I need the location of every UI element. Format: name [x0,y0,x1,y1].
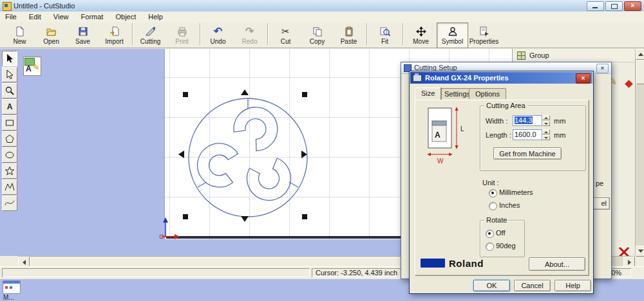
menu-file[interactable]: File [0,12,22,23]
menu-object[interactable]: Object [110,12,141,23]
minimize-icon [592,7,598,8]
design-artwork[interactable] [178,88,317,227]
selection-arrow-bottom[interactable] [241,216,249,222]
spinner-down-icon[interactable] [542,121,550,126]
taskbar-item-label[interactable]: M... [3,294,14,301]
app-title: Untitled - CutStudio [14,2,75,10]
vertical-scroll-thumb[interactable] [636,60,644,84]
taskbar-window-icon[interactable] [3,280,21,294]
rotate-90deg-label[interactable]: 90deg [496,242,516,250]
toolbar-separator [200,23,200,45]
toolbar-properties-button[interactable]: Properties [468,23,500,48]
tool-text[interactable]: A [2,99,17,114]
move-arrows-icon [416,26,426,37]
help-button[interactable]: Help [554,280,591,291]
toolbar-undo-button[interactable]: ↶ Undo [202,23,234,48]
toolbar-separator [132,23,133,45]
cut-scissors-icon: ✂ [281,26,290,37]
toolbar-open-button[interactable]: Open [35,23,67,48]
cutting-setup-close-button[interactable]: × [596,64,609,73]
rotate-90deg-radio[interactable] [486,242,494,251]
selection-handle[interactable] [302,92,307,97]
cutting-setup-cancel-button-fragment[interactable]: el [593,197,610,210]
app-titlebar[interactable]: Untitled - CutStudio × [0,0,644,12]
close-button[interactable]: × [624,1,641,11]
width-input[interactable]: 144.3 [513,115,542,126]
toolbar-cut-button[interactable]: ✂ Cut [270,23,301,48]
length-spinner[interactable] [542,129,550,140]
menu-edit[interactable]: Edit [24,12,46,23]
unit-label: Unit : [482,179,499,187]
width-spinner[interactable] [542,115,550,126]
toolbar-copy-button[interactable]: Copy [301,23,333,48]
vertical-scrollbar[interactable] [635,49,644,256]
toolbar-separator [402,23,403,45]
ok-button[interactable]: OK [473,280,510,291]
menu-view[interactable]: View [48,12,74,23]
toolbar-redo-button[interactable]: ↷ Redo [234,23,265,48]
unit-millimeters-label[interactable]: Millimeters [499,188,533,196]
selection-handle[interactable] [302,214,307,219]
maximize-icon [611,4,618,9]
rotate-group: Rotate Off 90deg [480,220,525,257]
selection-handle[interactable] [183,214,188,219]
about-button[interactable]: About... [529,257,585,271]
selection-arrow-left[interactable] [178,150,184,158]
cutting-blade-icon [146,26,156,37]
spinner-up-icon[interactable] [542,115,550,120]
toolbar-import-button[interactable]: Import [99,23,130,48]
minimize-button[interactable] [587,1,604,11]
spinner-up-icon[interactable] [542,129,550,134]
scroll-down-button[interactable] [636,246,644,257]
toolbar: New Open Save Import Cutting Print [0,23,644,48]
spinner-down-icon[interactable] [542,135,550,140]
group-label[interactable]: Group [529,51,549,59]
selection-arrow-top[interactable] [241,89,249,95]
red-marker-icon[interactable] [625,80,633,88]
print-icon [177,26,187,37]
menu-format[interactable]: Format [76,12,109,23]
selection-arrow-right[interactable] [301,150,307,158]
toolbar-save-button[interactable]: Save [67,23,99,48]
tool-ellipse[interactable] [2,147,17,163]
scroll-up-button[interactable] [636,49,644,60]
length-input[interactable]: 1600.0 [513,129,542,140]
new-page-icon [15,26,25,37]
tool-curve[interactable] [2,196,17,211]
toolbar-cutting-button[interactable]: Cutting [135,23,166,48]
unit-millimeters-radio[interactable] [489,189,497,197]
cancel-button[interactable]: Cancel [514,280,551,291]
toolbar-fit-button[interactable]: Fit [369,23,401,48]
right-panel-header: Group [513,49,635,62]
toolbar-move-button[interactable]: Move [405,23,437,48]
menu-help[interactable]: Help [143,12,168,23]
gx24-close-button[interactable]: × [576,73,591,84]
toolbar-symbol-button[interactable]: Symbol [437,23,468,48]
tool-zoom[interactable] [2,83,17,98]
unit-inches-label[interactable]: Inches [499,201,520,209]
tool-polyline[interactable] [2,179,17,195]
tool-star[interactable] [2,163,17,179]
tool-select[interactable] [2,51,17,66]
gx24-titlebar[interactable]: Roland GX-24 Properties × [410,72,592,84]
toolbar-new-button[interactable]: New [4,23,35,48]
tab-size[interactable]: Size [415,87,441,100]
rotate-off-label[interactable]: Off [496,229,505,237]
tab-options[interactable]: Options [469,88,506,99]
unit-inches-radio[interactable] [489,202,497,210]
toolbar-print-button[interactable]: Print [166,23,198,48]
tool-polygon[interactable] [2,131,17,147]
roland-logo-text: Roland [449,258,484,269]
symbol-drag-icon[interactable]: A ✎ [22,54,44,78]
selection-handle[interactable] [183,92,188,97]
rotate-off-radio[interactable] [486,230,494,238]
pencil-icon: ✎ [32,62,40,72]
fit-magnifier-icon [380,26,390,37]
tool-rectangle[interactable] [2,115,17,131]
tool-direct-select[interactable] [2,67,17,82]
toolbar-paste-button[interactable]: Paste [333,23,365,48]
screen: M... Untitled - CutStudio × File Edit Vi… [0,0,644,301]
maximize-button[interactable] [605,1,623,11]
get-from-machine-button[interactable]: Get from Machine [493,147,562,160]
status-cursor: Cursor: -3.250, 4.439 inch [312,268,410,277]
